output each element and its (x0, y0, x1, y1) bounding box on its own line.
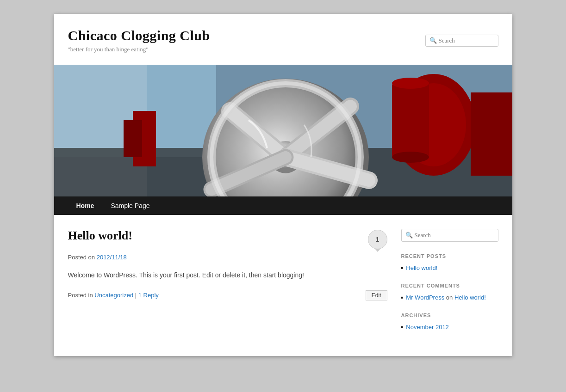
main-content: Hello world! 1 Posted on 2012/11/18 Welc… (68, 229, 387, 342)
svg-rect-6 (471, 92, 512, 176)
sidebar-search-wrap[interactable]: 🔍 (401, 229, 498, 242)
search-icon: 🔍 (429, 37, 437, 44)
sidebar-search-input[interactable] (415, 232, 494, 239)
sidebar-recent-posts: Recent Posts Hello world! (401, 253, 498, 271)
comment-author-link[interactable]: Mr WordPress (406, 294, 444, 301)
comment-count: 1 (376, 236, 379, 243)
post-footer-left: Posted in Uncategorized | 1 Reply (68, 292, 159, 299)
posted-in-label: Posted in (68, 292, 93, 299)
recent-posts-list: Hello world! (401, 264, 498, 271)
recent-comments-title: Recent Comments (401, 283, 498, 288)
site-header: Chicaco Clogging Club "better for you th… (54, 14, 512, 65)
sidebar-archives: Archives November 2012 (401, 312, 498, 331)
archive-link[interactable]: November 2012 (406, 324, 449, 331)
list-item: November 2012 (401, 324, 498, 331)
recent-posts-title: Recent Posts (401, 253, 498, 259)
hero-image (54, 65, 512, 196)
post-category-link[interactable]: Uncategorized (94, 292, 133, 299)
page-wrapper: Chicaco Clogging Club "better for you th… (54, 14, 512, 356)
comment-on-word: on (446, 294, 453, 301)
post-footer-pipe: | (135, 292, 138, 299)
post-title-text: Hello world! (68, 229, 361, 243)
site-title-area: Chicaco Clogging Club "better for you th… (68, 28, 210, 53)
hero-svg (54, 65, 512, 196)
sidebar: 🔍 Recent Posts Hello world! Recent Comme… (401, 229, 498, 342)
edit-button[interactable]: Edit (366, 290, 387, 300)
svg-point-16 (392, 152, 429, 163)
recent-post-link[interactable]: Hello world! (406, 264, 437, 271)
sidebar-recent-comments: Recent Comments Mr WordPress on Hello wo… (401, 283, 498, 301)
comment-post-link[interactable]: Hello world! (454, 294, 486, 301)
site-tagline: "better for you than binge eating" (68, 46, 210, 53)
header-search-input[interactable] (439, 37, 494, 44)
list-item: Mr WordPress on Hello world! (401, 294, 498, 301)
post-meta: Posted on 2012/11/18 (68, 254, 387, 261)
nav-item-home[interactable]: Home (68, 196, 103, 215)
nav-item-sample-page[interactable]: Sample Page (102, 196, 158, 215)
site-nav: Home Sample Page (54, 196, 512, 215)
post-reply-link[interactable]: 1 Reply (138, 292, 159, 299)
archives-title: Archives (401, 312, 498, 318)
archives-list: November 2012 (401, 324, 498, 331)
post-date-link[interactable]: 2012/11/18 (97, 254, 127, 261)
comment-count-bubble[interactable]: 1 (368, 230, 387, 249)
post-article: Hello world! 1 Posted on 2012/11/18 Welc… (68, 229, 387, 300)
post-footer: Posted in Uncategorized | 1 Reply Edit (68, 290, 387, 300)
posted-on-label: Posted on (68, 254, 95, 261)
svg-point-15 (392, 78, 429, 89)
recent-comments-list: Mr WordPress on Hello world! (401, 294, 498, 301)
svg-rect-18 (124, 120, 142, 157)
post-content: Welcome to WordPress. This is your first… (68, 270, 387, 281)
post-title-row: Hello world! 1 (68, 229, 387, 249)
svg-rect-14 (392, 83, 429, 157)
sidebar-search-icon: 🔍 (405, 232, 413, 239)
content-area: Hello world! 1 Posted on 2012/11/18 Welc… (54, 215, 512, 356)
site-title: Chicaco Clogging Club (68, 28, 210, 43)
header-search-wrap[interactable]: 🔍 (425, 35, 498, 47)
list-item: Hello world! (401, 264, 498, 271)
comment-text: Mr WordPress on Hello world! (406, 294, 485, 301)
